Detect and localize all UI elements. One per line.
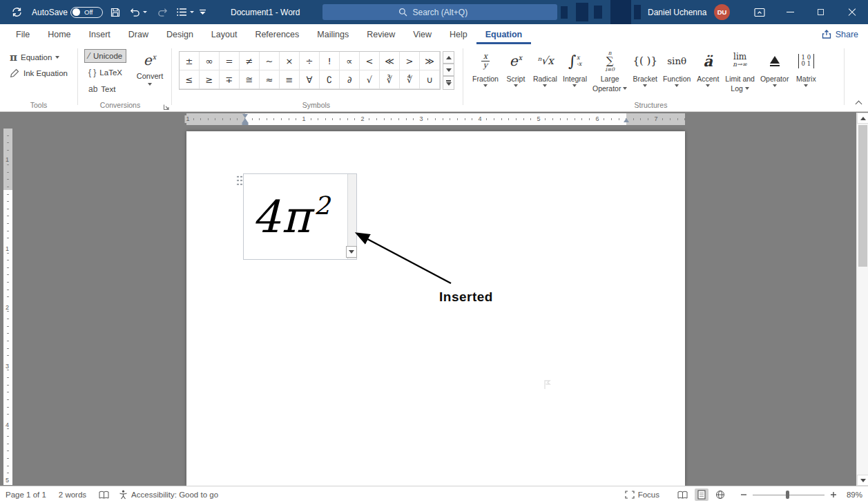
proofing-button[interactable] — [99, 491, 109, 500]
structure-limit-log-button[interactable]: limn→∞ Limit andLog — [722, 47, 758, 93]
vertical-scrollbar[interactable] — [856, 113, 868, 486]
ribbon-display-options-button[interactable] — [747, 0, 772, 24]
convert-button[interactable]: e x Convert — [134, 48, 166, 97]
symbol-cell[interactable]: ÷ — [300, 52, 320, 70]
symbol-cell[interactable]: ∂ — [340, 70, 360, 89]
symbol-cell[interactable]: ∁ — [320, 70, 340, 89]
scroll-down-button[interactable] — [857, 475, 868, 486]
ink-equation-button[interactable]: Ink Equation — [6, 66, 72, 80]
structure-fraction-button[interactable]: xy Fraction — [470, 47, 501, 93]
search-input[interactable] — [413, 8, 482, 17]
list-icon — [177, 8, 187, 17]
minimize-button[interactable] — [775, 0, 805, 24]
structure-script-button[interactable]: ex Script — [501, 47, 530, 93]
symbol-cell[interactable]: ∀ — [300, 70, 320, 89]
symbol-cell[interactable]: ∛ — [380, 70, 400, 89]
avatar[interactable]: DU — [714, 4, 730, 20]
symbol-cell[interactable]: ~ — [260, 52, 280, 70]
structure-accent-button[interactable]: ä Accent — [693, 47, 722, 93]
group-label-conversions: Conversions — [80, 101, 160, 109]
slider-thumb[interactable] — [786, 491, 789, 499]
structure-function-button[interactable]: sinθ Function — [660, 47, 693, 93]
restore-button[interactable] — [805, 0, 836, 24]
focus-button[interactable]: Focus — [625, 491, 659, 499]
tab-file[interactable]: File — [7, 24, 39, 44]
account-name[interactable]: Daniel Uchenna — [648, 0, 706, 24]
search-box[interactable] — [322, 4, 557, 20]
symbol-cell[interactable]: < — [360, 52, 380, 70]
word-count[interactable]: 2 words — [59, 491, 86, 499]
print-layout-button[interactable] — [695, 488, 708, 501]
tab-equation[interactable]: Equation — [476, 24, 531, 44]
gallery-more-button[interactable] — [443, 76, 454, 90]
scroll-up-button[interactable] — [857, 113, 868, 124]
redo-button[interactable] — [157, 0, 168, 24]
symbol-cell[interactable]: > — [400, 52, 420, 70]
zoom-slider[interactable] — [753, 490, 824, 500]
customize-quick-access-button[interactable] — [199, 0, 206, 24]
symbol-cell[interactable]: ≤ — [180, 70, 200, 89]
down-arrow-icon — [860, 479, 866, 482]
latex-button[interactable]: { } LaTeX — [84, 66, 126, 79]
tab-draw[interactable]: Draw — [119, 24, 157, 44]
symbol-cell[interactable]: ± — [180, 52, 200, 70]
equation-dropdown-button[interactable]: π Equation — [6, 49, 64, 66]
search-icon — [398, 8, 407, 17]
symbol-cell[interactable]: ≠ — [240, 52, 260, 70]
symbol-cell[interactable]: ≫ — [420, 52, 440, 70]
scrollbar-thumb[interactable] — [858, 125, 867, 267]
symbol-cell[interactable]: ≥ — [200, 70, 220, 89]
tab-design[interactable]: Design — [157, 24, 202, 44]
symbol-cell[interactable]: ≈ — [260, 70, 280, 89]
structure-integral-button[interactable]: ∫ x-x Integral — [560, 47, 590, 93]
tab-insert[interactable]: Insert — [80, 24, 119, 44]
symbol-cell[interactable]: ≡ — [280, 70, 300, 89]
left-indent-marker[interactable] — [242, 122, 249, 125]
tab-layout[interactable]: Layout — [202, 24, 247, 44]
symbol-cell[interactable]: ∞ — [200, 52, 220, 70]
quick-access-list-button[interactable] — [177, 0, 194, 24]
unicode-button[interactable]: ⁄ Unicode — [84, 49, 126, 63]
web-layout-icon — [715, 490, 725, 500]
symbol-cell[interactable]: ∝ — [340, 52, 360, 70]
symbol-cell[interactable]: ≅ — [240, 70, 260, 89]
save-button[interactable] — [110, 0, 120, 24]
tab-references[interactable]: References — [246, 24, 308, 44]
zoom-out-button[interactable] — [740, 491, 747, 498]
structure-bracket-button[interactable]: {( )} Bracket — [630, 47, 660, 93]
web-layout-button[interactable] — [715, 490, 725, 500]
accessibility-status[interactable]: Accessibility: Good to go — [119, 490, 218, 500]
structure-matrix-button[interactable]: 1 00 1 Matrix — [791, 47, 820, 93]
symbol-cell[interactable]: = — [220, 52, 240, 70]
right-indent-marker[interactable] — [624, 118, 629, 122]
structure-operator-button[interactable]: Operator — [758, 47, 791, 93]
zoom-in-button[interactable] — [830, 491, 837, 498]
tab-home[interactable]: Home — [39, 24, 79, 44]
autosave-toggle[interactable]: Off — [70, 0, 103, 24]
symbol-cell[interactable]: ∪ — [420, 70, 440, 89]
symbol-cell[interactable]: ≪ — [380, 52, 400, 70]
undo-button[interactable] — [130, 0, 147, 24]
dialog-launcher-button[interactable] — [163, 101, 170, 108]
text-button[interactable]: ab Text — [84, 82, 119, 96]
tab-help[interactable]: Help — [441, 24, 476, 44]
symbol-cell[interactable]: ! — [320, 52, 340, 70]
tab-review[interactable]: Review — [358, 24, 404, 44]
symbol-cell[interactable]: × — [280, 52, 300, 70]
structure-large-operator-button[interactable]: n∑i=0 LargeOperator — [590, 47, 630, 93]
gallery-scroll-down-button[interactable] — [443, 64, 454, 76]
share-button[interactable]: Share — [822, 24, 858, 44]
symbol-cell[interactable]: √ — [360, 70, 380, 89]
read-mode-button[interactable] — [677, 491, 688, 500]
tab-mailings[interactable]: Mailings — [308, 24, 358, 44]
gallery-scroll-up-button[interactable] — [443, 51, 454, 64]
structure-radical-button[interactable]: ⁿ√x Radical — [530, 47, 560, 93]
page-indicator[interactable]: Page 1 of 1 — [6, 491, 46, 499]
equation-object[interactable]: 4π2 — [243, 173, 357, 260]
symbol-cell[interactable]: ∓ — [220, 70, 240, 89]
close-button[interactable] — [836, 0, 868, 24]
zoom-level[interactable]: 89% — [847, 491, 862, 499]
symbol-cell[interactable]: ∜ — [400, 70, 420, 89]
collapse-ribbon-button[interactable] — [853, 98, 863, 108]
tab-view[interactable]: View — [404, 24, 441, 44]
